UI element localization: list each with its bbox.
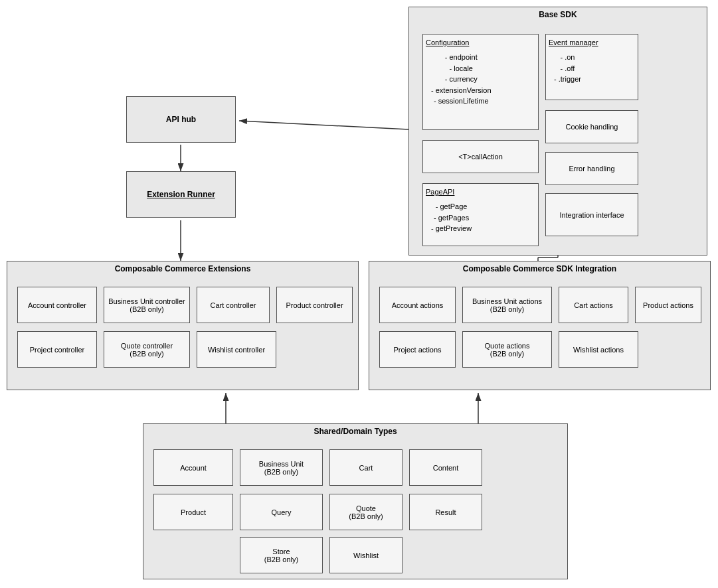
cce-product-label: Product controller [286,301,343,309]
cce-title: Composable Commerce Extensions [7,261,358,276]
ccsi-box: Composable Commerce SDK Integration Acco… [369,261,711,390]
shared-box: Shared/Domain Types Account Business Uni… [143,423,568,579]
cce-account-label: Account controller [28,301,86,309]
svg-line-2 [239,121,408,129]
cookie-handling-box: Cookie handling [545,110,638,143]
sh-account-label: Account [180,464,207,472]
cce-bu-box: Business Unit controller(B2B only) [104,287,190,323]
sh-bu-label: Business Unit(B2B only) [259,460,304,476]
ccsi-project-box: Project actions [379,331,456,368]
event-manager-items: - .on- .off- .trigger [549,49,586,88]
diagram-container: Base SDK Configuration - endpoint- local… [0,0,718,588]
ccsi-wishlist-box: Wishlist actions [559,331,638,368]
cce-project-box: Project controller [17,331,97,368]
page-api-items: - getPage- getPages- getPreview [426,198,477,237]
cce-cart-label: Cart controller [210,301,256,309]
sh-content-label: Content [433,464,459,472]
base-sdk-box: Base SDK Configuration - endpoint- local… [408,7,707,256]
sh-product-box: Product [153,494,233,530]
event-manager-title: Event manager [549,37,598,49]
sh-query-label: Query [272,508,292,516]
event-manager-box: Event manager - .on- .off- .trigger [545,34,638,100]
api-hub-box: API hub [126,96,236,143]
ccsi-wishlist-label: Wishlist actions [573,346,624,354]
ccsi-cart-label: Cart actions [574,301,613,309]
cce-quote-label: Quote controller(B2B only) [121,342,173,358]
configuration-box: Configuration - endpoint- locale- curren… [422,34,539,130]
sh-account-box: Account [153,449,233,486]
cce-box: Composable Commerce Extensions Account c… [7,261,359,390]
api-hub-title: API hub [162,112,200,127]
ccsi-cart-box: Cart actions [559,287,628,323]
extension-runner-box: Extension Runner [126,171,236,218]
sh-store-box: Store(B2B only) [240,537,323,573]
integration-interface-box: Integration interface [545,193,638,236]
ccsi-quote-label: Quote actions(B2B only) [485,342,530,358]
sh-store-label: Store(B2B only) [264,548,298,563]
cce-product-box: Product controller [276,287,353,323]
integration-interface-label: Integration interface [559,211,624,219]
configuration-title: Configuration [426,37,469,49]
ccsi-quote-box: Quote actions(B2B only) [462,331,552,368]
call-action-label: <T>callAction [458,153,503,161]
cce-wishlist-box: Wishlist controller [197,331,276,368]
sh-quote-box: Quote(B2B only) [329,494,403,530]
shared-title: Shared/Domain Types [143,424,567,439]
sh-product-label: Product [181,508,206,516]
sh-query-box: Query [240,494,323,530]
extension-runner-title: Extension Runner [143,187,219,202]
ccsi-title: Composable Commerce SDK Integration [369,261,710,276]
ccsi-product-box: Product actions [635,287,701,323]
error-handling-label: Error handling [569,165,614,173]
page-api-box: PageAPI - getPage- getPages- getPreview [422,183,539,246]
ccsi-account-label: Account actions [392,301,444,309]
sh-wishlist-box: Wishlist [329,537,403,573]
ccsi-bu-label: Business Unit actions(B2B only) [472,297,542,313]
sh-content-box: Content [409,449,482,486]
ccsi-account-box: Account actions [379,287,456,323]
ccsi-bu-box: Business Unit actions(B2B only) [462,287,552,323]
cce-cart-box: Cart controller [197,287,270,323]
ccsi-product-label: Product actions [643,301,693,309]
ccsi-project-label: Project actions [393,346,441,354]
configuration-items: - endpoint- locale- currency- extensionV… [426,49,497,110]
sh-bu-box: Business Unit(B2B only) [240,449,323,486]
base-sdk-title: Base SDK [409,7,707,22]
page-api-title: PageAPI [426,186,454,198]
sh-quote-label: Quote(B2B only) [349,504,383,520]
cce-account-box: Account controller [17,287,97,323]
sh-cart-box: Cart [329,449,403,486]
cce-quote-box: Quote controller(B2B only) [104,331,190,368]
cce-bu-label: Business Unit controller(B2B only) [108,297,185,313]
sh-cart-label: Cart [359,464,373,472]
cce-wishlist-label: Wishlist controller [208,346,265,354]
error-handling-box: Error handling [545,152,638,185]
cce-project-label: Project controller [30,346,85,354]
cookie-handling-label: Cookie handling [566,123,618,131]
sh-result-label: Result [435,508,456,516]
call-action-box: <T>callAction [422,140,539,173]
sh-result-box: Result [409,494,482,530]
sh-wishlist-label: Wishlist [353,551,379,559]
